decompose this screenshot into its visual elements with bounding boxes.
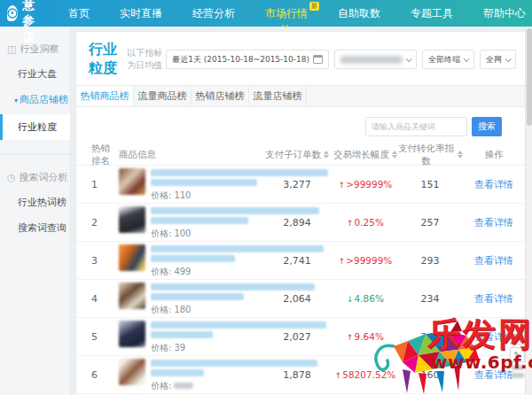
qr-code-button[interactable]: ▦ [510,329,525,345]
product-image[interactable] [119,168,145,195]
product-price: 价格:100 [151,228,319,240]
product-name-blurred[interactable] [151,321,326,329]
page-title: 行业粒度 [89,41,120,78]
col-orders[interactable]: 支付子订单数 [261,149,333,161]
view-details-link[interactable]: 查看详情 [474,369,513,381]
rank-value: 4 [76,293,119,305]
product-name-blurred[interactable] [151,245,324,252]
device-filter-select[interactable]: 全部终端 [422,50,474,69]
conversion-value: 151 [397,179,463,190]
view-details-link[interactable]: 查看详情 [474,255,513,267]
tab-traffic-products[interactable]: 流量商品榜 [134,86,192,106]
product-image[interactable] [119,244,145,271]
sidebar-section-search-analysis: ◷ 搜索词分析 [0,167,70,190]
table-row: 6 价格: 1,878 ↑58207.52% 160 查看详情 [76,356,525,394]
product-name-blurred [151,369,204,376]
product-info-cell: 价格:499 [119,244,261,278]
view-details-link[interactable]: 查看详情 [474,293,513,305]
product-name-blurred[interactable] [151,207,319,214]
table-row: 1 价格:110 3,277 ↑>99999% 151 查看详情 [76,166,525,204]
col-conversion[interactable]: 支付转化率指数 [397,143,463,167]
tab-traffic-shops[interactable]: 流量店铺榜 [249,86,307,106]
chevron-down-icon [505,56,512,62]
orders-value: 2,027 [261,331,333,343]
col-rank: 热销排名 [76,143,119,167]
product-info-cell: 价格:100 [119,205,261,240]
sidebar-item-word-query[interactable]: 搜索词查询 [0,215,70,241]
nav-item-data[interactable]: 自助取数 [323,0,395,27]
nav-item-home[interactable]: 首页 [53,0,105,27]
search-input[interactable] [365,117,467,136]
chevron-down-icon [282,22,288,28]
calendar-icon [313,55,323,64]
top-navbar: 生意参谋 首页 实时直播 经营分析 市场行情 新 自助取数 专题工具 帮助中心 … [0,0,532,27]
category-select-blurred[interactable] [334,50,417,69]
rank-tabs: 热销商品榜 流量商品榜 热销店铺榜 流量店铺榜 [76,85,525,107]
product-info-cell: 价格:39 [119,320,261,354]
search-bar: 搜索 [76,107,525,144]
product-image[interactable] [119,283,145,309]
sort-icon[interactable] [324,151,329,159]
nav-item-help[interactable]: 帮助中心 [468,0,532,27]
price-blurred [174,383,193,389]
growth-value: ↑>99999% [333,179,397,190]
col-growth[interactable]: 交易增长幅度 [333,149,397,161]
product-image[interactable] [119,359,145,385]
new-badge: 新 [309,2,319,11]
vertical-scrollbar[interactable] [525,27,532,395]
view-details-link[interactable]: 查看详情 [474,179,513,190]
app-title: 生意参谋 [22,0,41,45]
chevron-down-icon [464,56,470,62]
orders-value: 3,277 [261,179,333,190]
rank-value: 1 [76,179,119,190]
compass-logo-icon [7,5,18,21]
table-header: 热销排名 商品信息 支付子订单数 交易增长幅度 支付转化率指数 操作 [76,144,525,166]
conversion-value: 234 [397,293,463,305]
scope-filter-select[interactable]: 全网 [480,50,516,69]
main-menu: 首页 实时直播 经营分析 市场行情 新 自助取数 专题工具 帮助中心 [53,0,532,27]
conversion-value: 257 [397,217,463,228]
rank-value: 2 [76,217,119,228]
scrollbar-thumb[interactable] [527,28,532,126]
conversion-value: 160 [397,369,463,381]
feedback-button[interactable]: ✎ [510,347,525,362]
product-name-blurred[interactable] [151,283,315,290]
product-name-blurred [151,331,213,338]
product-info-cell: 价格:180 [119,282,261,316]
nav-item-market[interactable]: 市场行情 新 [250,0,323,27]
down-arrow-icon: ↓ [347,295,354,304]
sidebar-item-industry-overview[interactable]: 行业大盘 [0,61,70,87]
blurred-widget-label [512,365,524,370]
product-image[interactable] [119,321,145,347]
blurred-widget-label [512,373,524,378]
app-logo[interactable]: 生意参谋 [0,0,53,45]
orders-value: 2,064 [261,293,333,305]
sidebar-item-product-shop-rank[interactable]: ▾商品店铺榜 [0,87,70,112]
table-row: 2 价格:100 2,894 ↑0.25% 257 查看详情 [76,204,525,242]
view-details-link[interactable]: 查看详情 [474,331,513,343]
product-name-blurred [151,293,244,300]
orders-value: 1,878 [261,369,333,381]
tab-hot-products[interactable]: 热销商品榜 [76,86,134,106]
product-price: 价格:39 [151,342,326,354]
up-arrow-icon: ↑ [347,219,354,228]
orders-value: 2,741 [261,255,333,267]
clock-icon: ◷ [7,172,16,183]
search-button[interactable]: 搜索 [472,117,502,136]
table-row: 4 价格:180 2,064 ↓4.86% 234 查看详情 [76,280,525,318]
sidebar-item-industry-granularity[interactable]: 行业粒度 [0,114,70,140]
floating-widget: ▦ ✎ [510,329,525,378]
up-arrow-icon: ↑ [339,181,346,190]
product-name-blurred[interactable] [151,169,328,176]
product-image[interactable] [119,206,145,233]
tab-hot-shops[interactable]: 热销店铺榜 [192,86,249,106]
product-name-blurred[interactable] [151,360,317,367]
nav-item-analysis[interactable]: 经营分析 [177,0,250,27]
view-details-link[interactable]: 查看详情 [474,217,513,228]
nav-item-live[interactable]: 实时直播 [105,0,177,27]
date-range-picker[interactable]: 最近1天 (2015-10-18~2015-10-18) [166,50,329,69]
sidebar-item-hot-words[interactable]: 行业热词榜 [0,190,70,215]
up-arrow-icon: ↑ [335,371,342,380]
nav-item-tools[interactable]: 专题工具 [395,0,468,27]
col-product-info: 商品信息 [119,149,261,161]
